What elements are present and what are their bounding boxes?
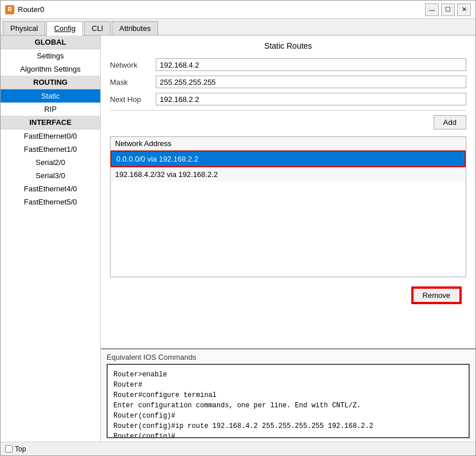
sidebar-item-algorithm-settings[interactable]: Algorithm Settings	[1, 62, 100, 76]
nexthop-row: Next Hop	[110, 93, 466, 105]
console-box: Router>enableRouter#Router#configure ter…	[107, 364, 470, 438]
network-table-body: 0.0.0.0/0 via 192.168.2.2 192.168.4.2/32…	[111, 151, 466, 277]
tab-physical[interactable]: Physical	[3, 21, 45, 35]
tab-config[interactable]: Config	[46, 21, 83, 36]
title-bar: R Router0 — ☐ ✕	[1, 1, 475, 19]
sidebar-global-header: GLOBAL	[1, 36, 100, 49]
sidebar-item-settings[interactable]: Settings	[1, 49, 100, 62]
sidebar-item-fastethernet1/0[interactable]: FastEthernet1/0	[1, 143, 100, 156]
close-button[interactable]: ✕	[457, 3, 471, 16]
sidebar-item-serial3/0[interactable]: Serial3/0	[1, 169, 100, 182]
add-button[interactable]: Add	[434, 115, 466, 129]
network-table-header: Network Address	[111, 137, 466, 151]
sidebar: GLOBAL Settings Algorithm Settings ROUTI…	[1, 36, 101, 442]
sidebar-item-rip[interactable]: RIP	[1, 103, 100, 116]
network-input[interactable]	[156, 58, 466, 71]
main-window: R Router0 — ☐ ✕ Physical Config CLI Attr…	[0, 0, 476, 456]
sidebar-item-fastethernet5/0[interactable]: FastEthernet5/0	[1, 195, 100, 209]
network-row: Network	[110, 58, 466, 71]
sidebar-routing-header: ROUTING	[1, 76, 100, 89]
network-table: Network Address 0.0.0.0/0 via 192.168.2.…	[110, 136, 466, 277]
right-panel: Static Routes Network Mask Next Hop Add	[101, 36, 475, 442]
sidebar-item-serial2/0[interactable]: Serial2/0	[1, 156, 100, 169]
maximize-button[interactable]: ☐	[441, 3, 455, 16]
tab-bar: Physical Config CLI Attributes	[1, 19, 475, 36]
main-content: GLOBAL Settings Algorithm Settings ROUTI…	[1, 36, 475, 442]
bottom-panel: Equivalent IOS Commands Router>enableRou…	[101, 348, 475, 442]
network-label: Network	[110, 61, 156, 69]
mask-input[interactable]	[156, 76, 466, 88]
table-row[interactable]: 0.0.0.0/0 via 192.168.2.2	[111, 151, 466, 167]
sidebar-item-fastethernet4/0[interactable]: FastEthernet4/0	[1, 182, 100, 195]
footer-label: Top	[15, 445, 26, 453]
footer-bar: Top	[1, 442, 475, 455]
equiv-label: Equivalent IOS Commands	[107, 353, 470, 361]
tab-cli[interactable]: CLI	[84, 21, 111, 35]
top-checkbox[interactable]	[5, 445, 13, 453]
sidebar-interface-header: INTERFACE	[1, 116, 100, 129]
remove-button[interactable]: Remove	[412, 288, 461, 303]
nexthop-input[interactable]	[156, 93, 466, 105]
section-title: Static Routes	[110, 41, 466, 50]
minimize-button[interactable]: —	[425, 3, 439, 16]
content-area: Static Routes Network Mask Next Hop Add	[101, 36, 475, 348]
remove-row: Remove	[110, 283, 466, 308]
nexthop-label: Next Hop	[110, 95, 156, 104]
mask-label: Mask	[110, 78, 156, 87]
app-icon: R	[5, 5, 14, 14]
sidebar-item-static[interactable]: Static	[1, 89, 100, 103]
tab-attributes[interactable]: Attributes	[112, 21, 158, 35]
window-controls: — ☐ ✕	[425, 3, 471, 16]
remove-btn-wrapper: Remove	[411, 286, 462, 304]
form-actions: Add	[110, 110, 466, 129]
window-title: Router0	[18, 5, 425, 14]
mask-row: Mask	[110, 76, 466, 88]
table-row[interactable]: 192.168.4.2/32 via 192.168.2.2	[111, 167, 466, 182]
sidebar-item-fastethernet0/0[interactable]: FastEthernet0/0	[1, 129, 100, 143]
